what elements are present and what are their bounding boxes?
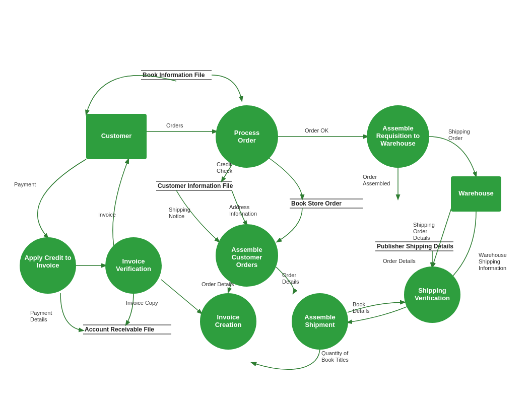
customer-to-apply-flow [37, 159, 86, 238]
shipping-order-details-label3: Details [413, 235, 430, 241]
assemble-requisition-label2: Requisition to [376, 132, 420, 140]
process-order-label2: Order [238, 137, 255, 144]
warehouse-shipping-label2: Shipping [479, 258, 500, 264]
account-receivable-label: Account Receivable File [85, 326, 154, 333]
shipping-verification-label2: Verification [415, 294, 450, 302]
assemble-requisition-label: Assemble [382, 124, 413, 132]
assemble-requisition-label3: Warehouse [380, 140, 416, 147]
diagram: Book Information File Customer Informati… [0, 0, 532, 400]
inv-ver-to-account-flow [126, 293, 134, 325]
credit-check-label2: Check [217, 168, 233, 174]
address-info-label2: Information [229, 211, 257, 217]
pub-order-details-label: Order Details [383, 258, 416, 264]
shipping-order-details-label: Shipping [413, 222, 435, 228]
invoice-creation-label: Invoice [217, 313, 240, 321]
process-order-label: Process [234, 129, 260, 137]
invoice-label: Invoice [98, 212, 116, 218]
invoice-copy-label: Invoice Copy [126, 300, 158, 306]
warehouse-label: Warehouse [458, 189, 494, 197]
invoice-verification-label2: Verification [116, 265, 151, 273]
order-assembled-label2: Assembled [363, 180, 390, 186]
bso-to-assemble-flow [277, 208, 302, 242]
payment-details-label2: Details [30, 316, 47, 322]
order-details-2-label: Order [282, 272, 296, 278]
address-info-label: Address [229, 204, 250, 210]
top-arc-flow [86, 76, 176, 114]
inv-ver-to-inv-creation-flow [161, 280, 202, 313]
warehouse-shipping-label3: Information [479, 265, 506, 271]
shipping-order-details-label2: Order [413, 228, 427, 234]
shipping-order-label2: Order [448, 135, 462, 141]
shipping-order-label: Shipping [448, 128, 470, 135]
payment-details-label: Payment [30, 310, 52, 316]
warehouse-shipping-label: Warehouse [479, 252, 507, 258]
customer-label: Customer [101, 132, 132, 140]
assemble-shipment-label2: Shipment [305, 321, 335, 328]
assemble-customer-label3: Orders [236, 261, 258, 269]
invoice-creation-label2: Creation [215, 321, 242, 328]
book-to-process-flow [212, 75, 242, 101]
requisition-to-warehouse-flow [428, 137, 476, 176]
orders-label: Orders [166, 122, 183, 128]
assemble-shipment-label: Assemble [304, 313, 335, 321]
order-details-1-label: Order Details [202, 281, 234, 287]
assemble-customer-label2: Customer [232, 253, 262, 261]
invoice-verification-label: Invoice [122, 257, 145, 265]
payment-label: Payment [14, 181, 36, 187]
shipping-verification-label: Shipping [418, 287, 446, 294]
process-to-bso-flow [267, 157, 302, 199]
apply-credit-label: Apply Credit to [24, 254, 71, 261]
publisher-shipping-label: Publisher Shipping Details [377, 243, 453, 250]
order-ok-label: Order OK [305, 127, 329, 134]
shipment-quantity-flow [252, 348, 320, 369]
shipping-notice-label2: Notice [169, 213, 184, 219]
customer-info-label: Customer Information File [158, 182, 233, 189]
book-info-label: Book Information File [143, 72, 205, 79]
apply-credit-label2: Invoice [37, 261, 59, 269]
shipping-notice-label: Shipping [169, 207, 190, 213]
assemble-customer-label: Assemble [231, 246, 262, 253]
book-details-label: Book [353, 301, 366, 307]
warehouse-to-shipping-ver-flow [432, 207, 452, 267]
quantity-label2: Book Titles [321, 357, 349, 363]
book-store-order-label: Book Store Order [291, 200, 342, 207]
quantity-label: Quantity of [321, 350, 349, 356]
book-details-label2: Details [353, 308, 370, 314]
order-assembled-label: Order [363, 174, 377, 180]
apply-to-account-flow [60, 293, 83, 330]
order-details-2-label2: Details [282, 279, 299, 285]
